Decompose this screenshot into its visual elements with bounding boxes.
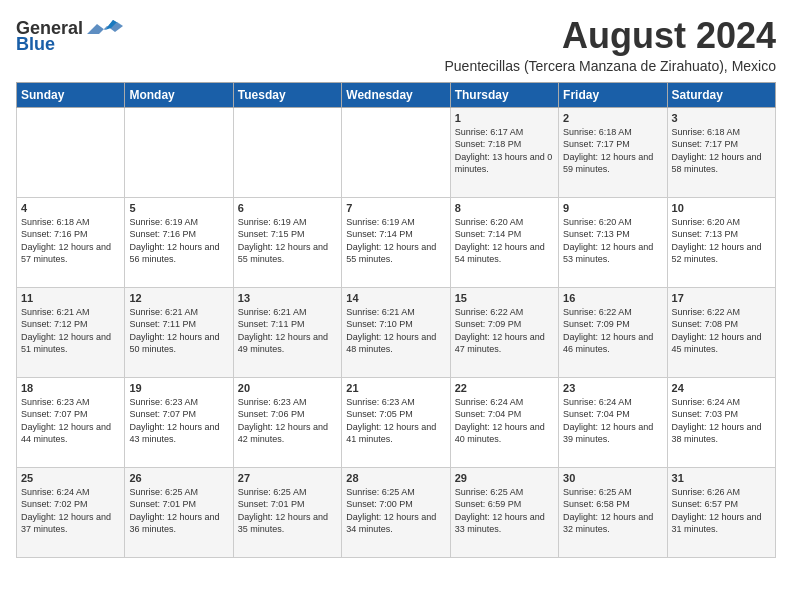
day-info: Sunrise: 6:21 AMSunset: 7:10 PMDaylight:… — [346, 306, 445, 356]
calendar-cell-w3d1: 19Sunrise: 6:23 AMSunset: 7:07 PMDayligh… — [125, 377, 233, 467]
calendar-cell-w0d5: 2Sunrise: 6:18 AMSunset: 7:17 PMDaylight… — [559, 107, 667, 197]
calendar-cell-w4d0: 25Sunrise: 6:24 AMSunset: 7:02 PMDayligh… — [17, 467, 125, 557]
day-number: 15 — [455, 292, 554, 304]
day-info: Sunrise: 6:23 AMSunset: 7:07 PMDaylight:… — [129, 396, 228, 446]
day-info: Sunrise: 6:20 AMSunset: 7:13 PMDaylight:… — [672, 216, 771, 266]
calendar-cell-w1d5: 9Sunrise: 6:20 AMSunset: 7:13 PMDaylight… — [559, 197, 667, 287]
calendar-table: SundayMondayTuesdayWednesdayThursdayFrid… — [16, 82, 776, 558]
weekday-header-monday: Monday — [125, 82, 233, 107]
day-info: Sunrise: 6:20 AMSunset: 7:13 PMDaylight:… — [563, 216, 662, 266]
day-info: Sunrise: 6:21 AMSunset: 7:11 PMDaylight:… — [129, 306, 228, 356]
weekday-header-wednesday: Wednesday — [342, 82, 450, 107]
day-info: Sunrise: 6:19 AMSunset: 7:15 PMDaylight:… — [238, 216, 337, 266]
day-info: Sunrise: 6:24 AMSunset: 7:02 PMDaylight:… — [21, 486, 120, 536]
day-info: Sunrise: 6:20 AMSunset: 7:14 PMDaylight:… — [455, 216, 554, 266]
day-number: 25 — [21, 472, 120, 484]
calendar-cell-w2d5: 16Sunrise: 6:22 AMSunset: 7:09 PMDayligh… — [559, 287, 667, 377]
day-info: Sunrise: 6:19 AMSunset: 7:14 PMDaylight:… — [346, 216, 445, 266]
calendar-cell-w2d1: 12Sunrise: 6:21 AMSunset: 7:11 PMDayligh… — [125, 287, 233, 377]
day-number: 8 — [455, 202, 554, 214]
calendar-cell-w3d4: 22Sunrise: 6:24 AMSunset: 7:04 PMDayligh… — [450, 377, 558, 467]
logo-blue: Blue — [16, 34, 55, 55]
day-info: Sunrise: 6:24 AMSunset: 7:04 PMDaylight:… — [563, 396, 662, 446]
calendar-cell-w3d6: 24Sunrise: 6:24 AMSunset: 7:03 PMDayligh… — [667, 377, 775, 467]
day-info: Sunrise: 6:26 AMSunset: 6:57 PMDaylight:… — [672, 486, 771, 536]
calendar-cell-w2d4: 15Sunrise: 6:22 AMSunset: 7:09 PMDayligh… — [450, 287, 558, 377]
calendar-cell-w0d6: 3Sunrise: 6:18 AMSunset: 7:17 PMDaylight… — [667, 107, 775, 197]
day-info: Sunrise: 6:23 AMSunset: 7:07 PMDaylight:… — [21, 396, 120, 446]
calendar-cell-w2d0: 11Sunrise: 6:21 AMSunset: 7:12 PMDayligh… — [17, 287, 125, 377]
day-number: 1 — [455, 112, 554, 124]
weekday-header-saturday: Saturday — [667, 82, 775, 107]
calendar-cell-w0d0 — [17, 107, 125, 197]
day-info: Sunrise: 6:25 AMSunset: 6:59 PMDaylight:… — [455, 486, 554, 536]
svg-marker-0 — [87, 20, 123, 34]
day-number: 21 — [346, 382, 445, 394]
calendar-cell-w3d5: 23Sunrise: 6:24 AMSunset: 7:04 PMDayligh… — [559, 377, 667, 467]
calendar-cell-w2d3: 14Sunrise: 6:21 AMSunset: 7:10 PMDayligh… — [342, 287, 450, 377]
day-number: 29 — [455, 472, 554, 484]
calendar-cell-w3d2: 20Sunrise: 6:23 AMSunset: 7:06 PMDayligh… — [233, 377, 341, 467]
day-number: 22 — [455, 382, 554, 394]
logo: General Blue — [16, 16, 123, 55]
day-info: Sunrise: 6:18 AMSunset: 7:17 PMDaylight:… — [563, 126, 662, 176]
day-number: 19 — [129, 382, 228, 394]
calendar-cell-w4d4: 29Sunrise: 6:25 AMSunset: 6:59 PMDayligh… — [450, 467, 558, 557]
calendar-cell-w2d2: 13Sunrise: 6:21 AMSunset: 7:11 PMDayligh… — [233, 287, 341, 377]
day-info: Sunrise: 6:21 AMSunset: 7:11 PMDaylight:… — [238, 306, 337, 356]
calendar-cell-w1d6: 10Sunrise: 6:20 AMSunset: 7:13 PMDayligh… — [667, 197, 775, 287]
calendar-cell-w1d4: 8Sunrise: 6:20 AMSunset: 7:14 PMDaylight… — [450, 197, 558, 287]
calendar-cell-w1d2: 6Sunrise: 6:19 AMSunset: 7:15 PMDaylight… — [233, 197, 341, 287]
calendar-cell-w1d0: 4Sunrise: 6:18 AMSunset: 7:16 PMDaylight… — [17, 197, 125, 287]
day-info: Sunrise: 6:23 AMSunset: 7:05 PMDaylight:… — [346, 396, 445, 446]
day-info: Sunrise: 6:19 AMSunset: 7:16 PMDaylight:… — [129, 216, 228, 266]
calendar-cell-w4d5: 30Sunrise: 6:25 AMSunset: 6:58 PMDayligh… — [559, 467, 667, 557]
day-number: 31 — [672, 472, 771, 484]
day-number: 28 — [346, 472, 445, 484]
calendar-title: August 2024 — [445, 16, 777, 56]
calendar-cell-w1d1: 5Sunrise: 6:19 AMSunset: 7:16 PMDaylight… — [125, 197, 233, 287]
header: General Blue August 2024 Puentecillas (T… — [16, 16, 776, 74]
day-info: Sunrise: 6:23 AMSunset: 7:06 PMDaylight:… — [238, 396, 337, 446]
day-info: Sunrise: 6:25 AMSunset: 7:01 PMDaylight:… — [129, 486, 228, 536]
day-info: Sunrise: 6:21 AMSunset: 7:12 PMDaylight:… — [21, 306, 120, 356]
calendar-cell-w2d6: 17Sunrise: 6:22 AMSunset: 7:08 PMDayligh… — [667, 287, 775, 377]
day-info: Sunrise: 6:22 AMSunset: 7:09 PMDaylight:… — [455, 306, 554, 356]
calendar-cell-w0d3 — [342, 107, 450, 197]
day-info: Sunrise: 6:22 AMSunset: 7:08 PMDaylight:… — [672, 306, 771, 356]
day-number: 14 — [346, 292, 445, 304]
calendar-cell-w4d3: 28Sunrise: 6:25 AMSunset: 7:00 PMDayligh… — [342, 467, 450, 557]
calendar-cell-w4d6: 31Sunrise: 6:26 AMSunset: 6:57 PMDayligh… — [667, 467, 775, 557]
calendar-cell-w3d0: 18Sunrise: 6:23 AMSunset: 7:07 PMDayligh… — [17, 377, 125, 467]
weekday-header-friday: Friday — [559, 82, 667, 107]
calendar-cell-w1d3: 7Sunrise: 6:19 AMSunset: 7:14 PMDaylight… — [342, 197, 450, 287]
day-number: 11 — [21, 292, 120, 304]
day-number: 6 — [238, 202, 337, 214]
calendar-subtitle: Puentecillas (Tercera Manzana de Zirahua… — [445, 58, 777, 74]
day-info: Sunrise: 6:22 AMSunset: 7:09 PMDaylight:… — [563, 306, 662, 356]
day-number: 24 — [672, 382, 771, 394]
day-info: Sunrise: 6:18 AMSunset: 7:17 PMDaylight:… — [672, 126, 771, 176]
day-info: Sunrise: 6:25 AMSunset: 7:01 PMDaylight:… — [238, 486, 337, 536]
day-number: 20 — [238, 382, 337, 394]
day-number: 13 — [238, 292, 337, 304]
calendar-cell-w0d4: 1Sunrise: 6:17 AMSunset: 7:18 PMDaylight… — [450, 107, 558, 197]
day-number: 10 — [672, 202, 771, 214]
day-number: 26 — [129, 472, 228, 484]
day-number: 7 — [346, 202, 445, 214]
day-number: 12 — [129, 292, 228, 304]
day-info: Sunrise: 6:18 AMSunset: 7:16 PMDaylight:… — [21, 216, 120, 266]
day-info: Sunrise: 6:24 AMSunset: 7:04 PMDaylight:… — [455, 396, 554, 446]
logo-bird-icon — [87, 16, 123, 40]
day-info: Sunrise: 6:24 AMSunset: 7:03 PMDaylight:… — [672, 396, 771, 446]
day-number: 5 — [129, 202, 228, 214]
day-number: 4 — [21, 202, 120, 214]
day-number: 23 — [563, 382, 662, 394]
day-number: 30 — [563, 472, 662, 484]
day-number: 2 — [563, 112, 662, 124]
calendar-cell-w4d2: 27Sunrise: 6:25 AMSunset: 7:01 PMDayligh… — [233, 467, 341, 557]
day-info: Sunrise: 6:25 AMSunset: 7:00 PMDaylight:… — [346, 486, 445, 536]
weekday-header-sunday: Sunday — [17, 82, 125, 107]
day-number: 17 — [672, 292, 771, 304]
calendar-cell-w3d3: 21Sunrise: 6:23 AMSunset: 7:05 PMDayligh… — [342, 377, 450, 467]
